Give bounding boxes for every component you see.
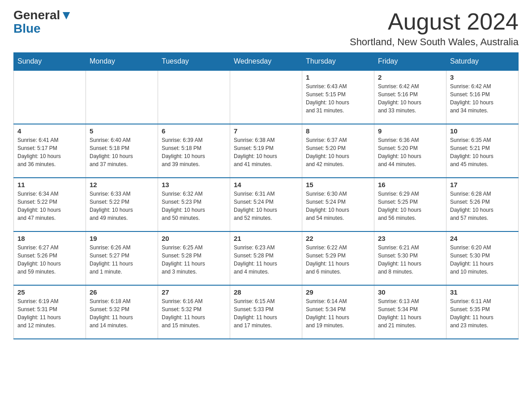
day-number: 11 <box>17 181 82 188</box>
day-number: 23 <box>378 235 442 242</box>
day-info: Sunrise: 6:13 AM Sunset: 5:34 PM Dayligh… <box>378 297 442 330</box>
day-info: Sunrise: 6:26 AM Sunset: 5:27 PM Dayligh… <box>90 244 154 276</box>
day-info: Sunrise: 6:37 AM Sunset: 5:20 PM Dayligh… <box>306 136 370 168</box>
day-info: Sunrise: 6:30 AM Sunset: 5:24 PM Dayligh… <box>306 190 370 222</box>
day-number: 18 <box>17 235 82 242</box>
day-info: Sunrise: 6:29 AM Sunset: 5:25 PM Dayligh… <box>378 190 442 222</box>
day-number: 1 <box>306 73 370 81</box>
day-number: 7 <box>234 127 298 135</box>
day-info: Sunrise: 6:19 AM Sunset: 5:31 PM Dayligh… <box>17 297 82 330</box>
table-row: 17Sunrise: 6:28 AM Sunset: 5:26 PM Dayli… <box>446 178 519 231</box>
day-number: 28 <box>234 288 298 296</box>
day-info: Sunrise: 6:14 AM Sunset: 5:34 PM Dayligh… <box>306 297 370 330</box>
day-number: 30 <box>378 288 442 296</box>
table-row: 24Sunrise: 6:20 AM Sunset: 5:30 PM Dayli… <box>446 231 519 285</box>
table-row: 26Sunrise: 6:18 AM Sunset: 5:32 PM Dayli… <box>86 285 158 339</box>
logo-blue-text: Blue <box>13 21 41 36</box>
day-number: 15 <box>306 181 370 188</box>
table-row: 22Sunrise: 6:22 AM Sunset: 5:29 PM Dayli… <box>302 231 374 285</box>
day-info: Sunrise: 6:23 AM Sunset: 5:28 PM Dayligh… <box>234 244 298 276</box>
table-row: 21Sunrise: 6:23 AM Sunset: 5:28 PM Dayli… <box>230 231 302 285</box>
calendar-week-row: 18Sunrise: 6:27 AM Sunset: 5:26 PM Dayli… <box>14 231 519 285</box>
day-number: 21 <box>234 235 298 242</box>
table-row: 30Sunrise: 6:13 AM Sunset: 5:34 PM Dayli… <box>374 285 446 339</box>
day-info: Sunrise: 6:43 AM Sunset: 5:15 PM Dayligh… <box>306 82 370 115</box>
day-number: 20 <box>162 235 226 242</box>
table-row <box>86 70 158 124</box>
table-row: 25Sunrise: 6:19 AM Sunset: 5:31 PM Dayli… <box>14 285 86 339</box>
table-row: 19Sunrise: 6:26 AM Sunset: 5:27 PM Dayli… <box>86 231 158 285</box>
table-row <box>158 70 230 124</box>
day-number: 24 <box>450 235 515 242</box>
day-info: Sunrise: 6:20 AM Sunset: 5:30 PM Dayligh… <box>450 244 515 276</box>
table-row: 12Sunrise: 6:33 AM Sunset: 5:22 PM Dayli… <box>86 178 158 231</box>
day-number: 6 <box>162 127 226 135</box>
table-row: 1Sunrise: 6:43 AM Sunset: 5:15 PM Daylig… <box>302 70 374 124</box>
day-number: 16 <box>378 181 442 188</box>
day-number: 31 <box>450 288 515 296</box>
day-number: 2 <box>378 73 442 81</box>
day-info: Sunrise: 6:32 AM Sunset: 5:23 PM Dayligh… <box>162 190 226 222</box>
day-number: 9 <box>378 127 442 135</box>
table-row: 18Sunrise: 6:27 AM Sunset: 5:26 PM Dayli… <box>14 231 86 285</box>
day-info: Sunrise: 6:38 AM Sunset: 5:19 PM Dayligh… <box>234 136 298 168</box>
day-info: Sunrise: 6:15 AM Sunset: 5:33 PM Dayligh… <box>234 297 298 330</box>
day-info: Sunrise: 6:35 AM Sunset: 5:21 PM Dayligh… <box>450 136 515 168</box>
day-number: 4 <box>17 127 82 135</box>
logo-text: General▼ <box>13 9 73 21</box>
table-row: 27Sunrise: 6:16 AM Sunset: 5:32 PM Dayli… <box>158 285 230 339</box>
day-info: Sunrise: 6:22 AM Sunset: 5:29 PM Dayligh… <box>306 244 370 276</box>
location-title: Shortland, New South Wales, Australia <box>350 36 519 48</box>
day-info: Sunrise: 6:42 AM Sunset: 5:16 PM Dayligh… <box>378 82 442 115</box>
day-number: 27 <box>162 288 226 296</box>
table-row: 2Sunrise: 6:42 AM Sunset: 5:16 PM Daylig… <box>374 70 446 124</box>
table-row: 29Sunrise: 6:14 AM Sunset: 5:34 PM Dayli… <box>302 285 374 339</box>
header-saturday: Saturday <box>446 53 519 71</box>
table-row: 3Sunrise: 6:42 AM Sunset: 5:16 PM Daylig… <box>446 70 519 124</box>
calendar-week-row: 1Sunrise: 6:43 AM Sunset: 5:15 PM Daylig… <box>14 70 519 124</box>
table-row: 13Sunrise: 6:32 AM Sunset: 5:23 PM Dayli… <box>158 178 230 231</box>
day-info: Sunrise: 6:25 AM Sunset: 5:28 PM Dayligh… <box>162 244 226 276</box>
day-number: 22 <box>306 235 370 242</box>
title-section: August 2024 Shortland, New South Wales, … <box>350 9 519 48</box>
day-number: 14 <box>234 181 298 188</box>
calendar-week-row: 11Sunrise: 6:34 AM Sunset: 5:22 PM Dayli… <box>14 178 519 231</box>
month-title: August 2024 <box>350 9 519 34</box>
logo: General▼ Blue <box>13 9 73 36</box>
table-row: 8Sunrise: 6:37 AM Sunset: 5:20 PM Daylig… <box>302 124 374 178</box>
day-number: 26 <box>90 288 154 296</box>
day-info: Sunrise: 6:27 AM Sunset: 5:26 PM Dayligh… <box>17 244 82 276</box>
table-row: 14Sunrise: 6:31 AM Sunset: 5:24 PM Dayli… <box>230 178 302 231</box>
table-row: 11Sunrise: 6:34 AM Sunset: 5:22 PM Dayli… <box>14 178 86 231</box>
calendar-header-row: Sunday Monday Tuesday Wednesday Thursday… <box>14 53 519 71</box>
day-info: Sunrise: 6:18 AM Sunset: 5:32 PM Dayligh… <box>90 297 154 330</box>
day-info: Sunrise: 6:16 AM Sunset: 5:32 PM Dayligh… <box>162 297 226 330</box>
day-info: Sunrise: 6:33 AM Sunset: 5:22 PM Dayligh… <box>90 190 154 222</box>
table-row: 20Sunrise: 6:25 AM Sunset: 5:28 PM Dayli… <box>158 231 230 285</box>
header-sunday: Sunday <box>14 53 86 71</box>
table-row: 10Sunrise: 6:35 AM Sunset: 5:21 PM Dayli… <box>446 124 519 178</box>
calendar-week-row: 25Sunrise: 6:19 AM Sunset: 5:31 PM Dayli… <box>14 285 519 339</box>
header-friday: Friday <box>374 53 446 71</box>
day-number: 29 <box>306 288 370 296</box>
day-number: 13 <box>162 181 226 188</box>
table-row: 23Sunrise: 6:21 AM Sunset: 5:30 PM Dayli… <box>374 231 446 285</box>
header-tuesday: Tuesday <box>158 53 230 71</box>
day-number: 10 <box>450 127 515 135</box>
table-row: 5Sunrise: 6:40 AM Sunset: 5:18 PM Daylig… <box>86 124 158 178</box>
table-row: 4Sunrise: 6:41 AM Sunset: 5:17 PM Daylig… <box>14 124 86 178</box>
header-monday: Monday <box>86 53 158 71</box>
day-number: 12 <box>90 181 154 188</box>
page-header: General▼ Blue August 2024 Shortland, New… <box>13 9 519 48</box>
table-row <box>14 70 86 124</box>
table-row: 31Sunrise: 6:11 AM Sunset: 5:35 PM Dayli… <box>446 285 519 339</box>
day-info: Sunrise: 6:34 AM Sunset: 5:22 PM Dayligh… <box>17 190 82 222</box>
header-thursday: Thursday <box>302 53 374 71</box>
day-number: 25 <box>17 288 82 296</box>
day-info: Sunrise: 6:21 AM Sunset: 5:30 PM Dayligh… <box>378 244 442 276</box>
day-info: Sunrise: 6:11 AM Sunset: 5:35 PM Dayligh… <box>450 297 515 330</box>
day-info: Sunrise: 6:31 AM Sunset: 5:24 PM Dayligh… <box>234 190 298 222</box>
day-number: 8 <box>306 127 370 135</box>
day-info: Sunrise: 6:42 AM Sunset: 5:16 PM Dayligh… <box>450 82 515 115</box>
day-info: Sunrise: 6:36 AM Sunset: 5:20 PM Dayligh… <box>378 136 442 168</box>
